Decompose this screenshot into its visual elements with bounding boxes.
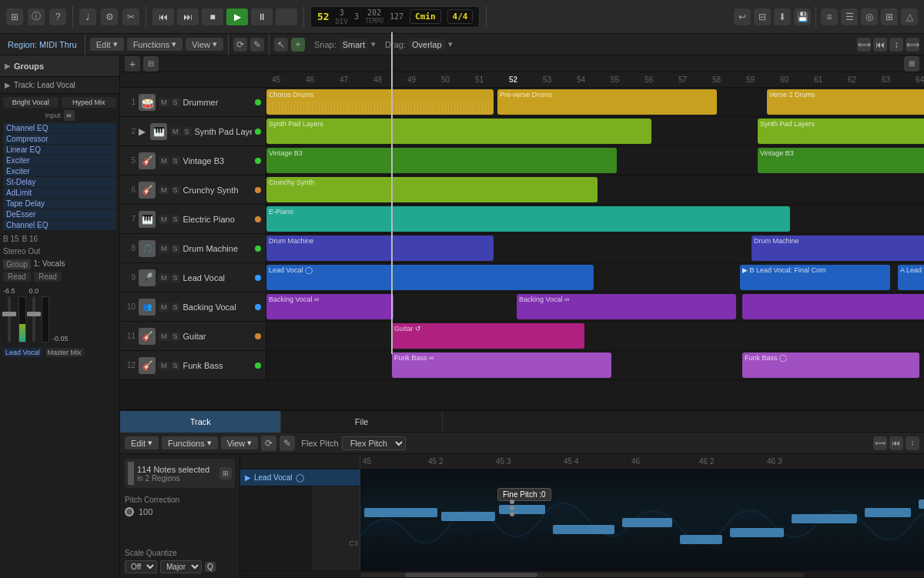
solo-backing-vocal[interactable]: S [171,302,180,312]
list-view-icon[interactable]: ⊟ [143,56,159,72]
record-button[interactable] [276,8,297,25]
preset1[interactable]: Bright Vocal [3,97,59,108]
fx-channel-eq-1[interactable]: Channel EQ [3,123,116,133]
pitch-note-1[interactable] [364,508,437,517]
toolbar-icon-1[interactable]: ⊞ [6,8,23,25]
rewind-button[interactable]: ⏮ [152,8,174,25]
loop-icon[interactable]: ⟳ [233,38,247,52]
solo-drum-machine[interactable]: S [171,244,180,253]
preset2[interactable]: Hyped Mix [62,97,117,108]
groups-row[interactable]: ▶ Groups [0,55,119,77]
stop-button[interactable]: ■ [202,8,223,25]
lower-functions-button[interactable]: Functions ▾ [162,436,218,449]
lower-view-button[interactable]: View ▾ [221,436,259,449]
time-sig-display[interactable]: 4/4 [447,9,474,24]
solo-funk-bass[interactable]: S [171,361,180,370]
region-epiano[interactable]: E-Piano [266,206,790,232]
pitch-note-4[interactable] [553,525,614,534]
toolbar-icon-3[interactable]: ? [49,8,66,25]
region-b3-2[interactable]: Vintage B3 [758,148,924,173]
smarthelp-icon[interactable]: △ [901,8,918,25]
pitch-correction-knob[interactable] [125,507,134,516]
pitch-note-7[interactable] [730,528,784,537]
tab-track[interactable]: Track [120,411,281,433]
view-button[interactable]: View ▾ [186,38,223,51]
pitch-note-2[interactable] [441,512,495,521]
functions-button[interactable]: Functions ▾ [127,38,183,51]
fx-compressor-2[interactable]: Linear EQ [3,145,116,155]
fx-adlimit[interactable]: AdLimit [3,188,116,198]
mute-backing-vocal[interactable]: M [159,302,169,312]
fx-deesser[interactable]: DeEsser [3,209,116,219]
pitch-note-9[interactable] [865,508,911,517]
lower-pencil-icon[interactable]: ✎ [280,436,295,451]
search-icon[interactable]: ◎ [861,8,878,25]
region-synth-pad-1[interactable]: Synth Pad Layers [266,119,651,144]
mute-lead-vocal[interactable]: M [159,273,169,282]
pitch-note-3[interactable] [499,505,545,514]
solo-synth[interactable]: S [182,127,192,136]
track-content-funk-bass[interactable]: Funk Bass ∞ Funk Bass ◯ [266,351,924,379]
library-icon[interactable]: ⊞ [881,8,898,25]
redo-icon[interactable]: ⊟ [754,8,771,25]
mute-synth[interactable]: M [170,127,181,136]
solo-epiano[interactable]: S [171,215,180,224]
skip-icon[interactable]: ⏮ [873,38,887,52]
input-icon[interactable]: ∞ [64,110,75,121]
region-crunchy[interactable]: Crunchy Synth [266,177,598,202]
region-lead-vocal-1[interactable]: Lead Vocal ◯ [266,265,594,290]
track-content-drum-machine[interactable]: Drum Machine Drum Machine [266,234,924,262]
lower-zoom-v-icon[interactable]: ↕ [906,436,919,450]
region-funk-bass-1[interactable]: Funk Bass ∞ [392,352,611,378]
download-icon[interactable]: ⬇ [774,8,791,25]
solo-guitar[interactable]: S [171,332,180,341]
mute-drummer[interactable]: M [159,98,169,107]
key-display[interactable]: Cmin [410,9,441,24]
pause-button[interactable]: ⏸ [251,8,273,25]
region-backing-vocal-3[interactable] [742,294,924,319]
lower-resize-icon[interactable]: ⟺ [873,436,887,450]
resize-tracks-icon[interactable]: ⊞ [904,56,919,72]
track-content-crunchy[interactable]: Crunchy Synth [266,175,924,204]
region-verse2-drums[interactable]: Verse 2 Drums [767,89,924,115]
lower-loop-icon[interactable]: ⟳ [261,436,276,451]
region-preverse-drums[interactable]: Pre-verse Drums [497,89,717,115]
solo-crunchy[interactable]: S [171,185,180,195]
fx-tape-delay[interactable]: Tape Delay [3,199,116,209]
lower-scroll-track[interactable] [360,573,804,577]
read-button-2[interactable]: Read [34,272,62,282]
mixer-icon[interactable]: ≡ [821,8,838,25]
add-track-button[interactable]: + [125,56,140,72]
zoom-h-icon[interactable]: ⟺ [906,38,919,52]
track-content-synth[interactable]: Synth Pad Layers Synth Pad Layers [266,117,924,145]
region-lead-vocal-3[interactable]: A Lead Vocal: Final Co [898,265,924,290]
undo-icon[interactable]: ↩ [734,8,751,25]
fastforward-button[interactable]: ⏭ [177,8,199,25]
region-guitar[interactable]: Guitar ↺ [392,323,584,349]
track-content-lead-vocal[interactable]: Lead Vocal ◯ ▶ B Lead Vocal: Final Com A… [266,263,924,292]
region-lead-vocal-2[interactable]: ▶ B Lead Vocal: Final Com [740,265,890,290]
metronome-icon[interactable]: ♩ [79,8,96,25]
toolbar-icon-2[interactable]: ⓘ [28,8,45,25]
pitch-note-8[interactable] [792,514,857,523]
group-button[interactable]: Group [3,259,31,269]
settings-icon[interactable]: ⚙ [101,8,118,25]
lower-skip-icon[interactable]: ⏮ [889,436,903,450]
region-funk-bass-2[interactable]: Funk Bass ◯ [742,352,919,378]
solo-lead-vocal[interactable]: S [171,273,180,282]
pitch-note-10[interactable] [919,499,924,509]
fx-channel-eq-2[interactable]: Channel EQ [3,220,116,230]
fx-st-delay[interactable]: St-Delay [3,177,116,187]
region-backing-vocal-1[interactable]: Backing Vocal ∞ [266,294,393,319]
region-b3-1[interactable]: Vintage B3 [266,148,617,173]
snap-value[interactable]: Smart [340,39,368,50]
lower-edit-button[interactable]: Edit ▾ [125,436,159,449]
solo-drummer[interactable]: S [171,98,180,107]
save-icon[interactable]: 💾 [794,8,811,25]
track-content-b3[interactable]: Vintage B3 Vintage B3 [266,146,924,175]
pencil-icon[interactable]: ✎ [250,38,264,52]
mute-drum-machine[interactable]: M [159,244,169,253]
mute-guitar[interactable]: M [159,332,169,341]
tab-file[interactable]: File [281,411,442,433]
scale-q-button[interactable]: Q [205,562,216,572]
